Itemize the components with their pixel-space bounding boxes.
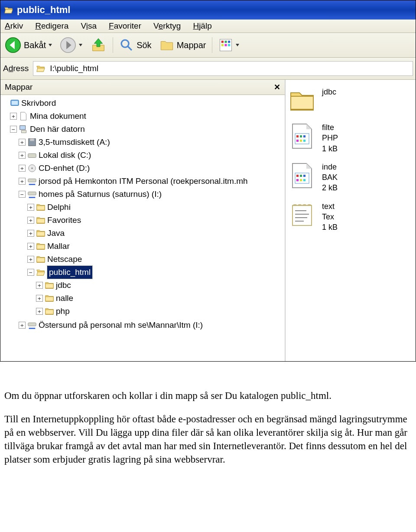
docs-icon — [19, 111, 28, 121]
folder-panel: Mappar ✕ Skrivbord + Mina dokument − — [0, 80, 286, 361]
netdrive-icon — [27, 320, 37, 330]
folder-panel-header: Mappar ✕ — [0, 80, 285, 95]
drive-icon — [27, 150, 37, 160]
tree-mycomputer[interactable]: − Den här datorn — [10, 123, 284, 136]
expand-icon[interactable]: + — [27, 217, 34, 224]
netdrive-icon — [27, 189, 37, 199]
menu-hjalp[interactable]: Hjälp — [191, 20, 213, 32]
file-type: PHP — [322, 133, 338, 143]
tree-netdrive2-label: homes på Saturnus (saturnus) (I:) — [39, 188, 162, 201]
file-icon — [288, 122, 316, 150]
file-meta: jdbc — [322, 87, 336, 97]
folder-tree[interactable]: Skrivbord + Mina dokument − Den här dato… — [0, 95, 285, 361]
back-dropdown-icon[interactable] — [49, 44, 52, 46]
tree-desktop[interactable]: Skrivbord — [1, 97, 284, 110]
expand-icon[interactable]: + — [19, 165, 26, 172]
search-button[interactable]: Sök — [117, 37, 153, 53]
expand-icon[interactable]: + — [10, 113, 17, 120]
expand-icon[interactable]: + — [19, 178, 26, 185]
address-label: Adress — [3, 64, 29, 73]
menu-visa[interactable]: Visa — [79, 20, 98, 32]
file-type: BAK — [322, 172, 338, 183]
file-item-filter[interactable]: filte PHP 1 kB — [288, 122, 413, 154]
file-name: inde — [322, 162, 338, 172]
tree-java-label: Java — [47, 227, 65, 240]
file-list[interactable]: jdbc filte PHP 1 kB inde BAK 2 kB — [286, 80, 416, 361]
collapse-icon[interactable]: − — [19, 191, 26, 198]
file-item-text[interactable]: text Tex 1 kB — [288, 201, 413, 233]
collapse-icon[interactable]: − — [27, 269, 34, 276]
menu-favoriter[interactable]: Favoriter — [107, 20, 143, 32]
search-label: Sök — [136, 40, 151, 50]
expand-icon[interactable]: + — [27, 256, 34, 263]
folder-icon — [45, 307, 54, 316]
tree-php[interactable]: + php — [36, 305, 284, 318]
views-dropdown-icon[interactable] — [236, 44, 239, 46]
title-bar[interactable]: public_html — [0, 0, 416, 20]
folders-button[interactable]: Mappar — [158, 37, 208, 53]
menu-verktyg[interactable]: Verktyg — [152, 20, 182, 32]
menu-bar: Arkiv Redigera Visa Favoriter Verktyg Hj… — [0, 20, 416, 33]
tree-netdrive2[interactable]: − homes på Saturnus (saturnus) (I:) — [19, 188, 284, 201]
views-button[interactable] — [217, 37, 241, 53]
document-text: Om du öppnar utforskaren och kollar i di… — [0, 362, 416, 480]
tree-mallar-label: Mallar — [47, 240, 70, 253]
expand-icon[interactable]: + — [19, 152, 26, 159]
cd-icon — [27, 163, 37, 173]
tree-jdbc-label: jdbc — [56, 279, 71, 292]
expand-icon[interactable]: + — [27, 230, 34, 237]
computer-icon — [19, 124, 28, 134]
toolbar: Bakåt Sök Mappar — [0, 33, 416, 58]
up-button[interactable] — [88, 36, 108, 54]
file-meta: inde BAK 2 kB — [322, 162, 338, 193]
tree-favorites[interactable]: + Favorites — [27, 214, 284, 227]
expand-icon[interactable]: + — [19, 139, 26, 146]
tree-mydocs[interactable]: + Mina dokument — [10, 110, 284, 123]
expand-icon[interactable]: + — [19, 322, 26, 329]
file-size: 1 kB — [322, 144, 338, 154]
back-icon — [5, 37, 21, 53]
tree-jdbc[interactable]: + jdbc — [36, 279, 284, 292]
expand-icon[interactable]: + — [36, 295, 43, 302]
tree-java[interactable]: + Java — [27, 227, 284, 240]
address-field[interactable]: I:\public_html — [33, 61, 413, 76]
forward-button[interactable] — [58, 36, 84, 54]
back-label: Bakåt — [24, 40, 46, 50]
expand-icon[interactable]: + — [36, 308, 43, 315]
forward-dropdown-icon[interactable] — [79, 44, 82, 46]
collapse-icon[interactable]: − — [10, 126, 17, 133]
search-icon — [119, 38, 134, 52]
back-button[interactable]: Bakåt — [3, 36, 54, 54]
menu-arkiv[interactable]: Arkiv — [3, 20, 25, 32]
toolbar-separator — [113, 37, 113, 53]
tree-php-label: php — [56, 305, 70, 318]
tree-floppy[interactable]: + 3,5-tumsdiskett (A:) — [19, 136, 284, 149]
tree-delphi[interactable]: + Delphi — [27, 201, 284, 214]
file-item-jdbc[interactable]: jdbc — [288, 87, 413, 114]
file-item-index[interactable]: inde BAK 2 kB — [288, 162, 413, 193]
tree-local-label: Lokal disk (C:) — [39, 149, 91, 162]
tree-favorites-label: Favorites — [47, 214, 81, 227]
address-bar: Adress I:\public_html — [0, 58, 416, 80]
file-size: 1 kB — [322, 222, 338, 232]
tree-cd-label: CD-enhet (D:) — [39, 162, 90, 175]
close-panel-button[interactable]: ✕ — [274, 82, 280, 92]
tree-nalle[interactable]: + nalle — [36, 292, 284, 305]
tree-mallar[interactable]: + Mallar — [27, 240, 284, 253]
tree-cutoff[interactable]: + Östersund på personal mh se\Mannar\Itm… — [19, 319, 284, 332]
folder-panel-title: Mappar — [5, 82, 32, 92]
expand-icon[interactable]: + — [36, 282, 43, 289]
expand-icon[interactable]: + — [27, 204, 34, 211]
expand-icon[interactable]: + — [27, 243, 34, 250]
tree-netscape[interactable]: + Netscape — [27, 253, 284, 266]
toolbar-separator-2 — [212, 37, 212, 53]
tree-cd[interactable]: + CD-enhet (D:) — [19, 162, 284, 175]
tree-local[interactable]: + Lokal disk (C:) — [19, 149, 284, 162]
netdrive-icon — [27, 176, 37, 186]
tree-netdrive1[interactable]: + jorsod på Hemkonton ITM Personal (roek… — [19, 175, 284, 188]
folder-icon — [45, 294, 54, 303]
folder-icon — [36, 228, 46, 238]
explorer-window: public_html Arkiv Redigera Visa Favorite… — [0, 0, 416, 362]
tree-public-html[interactable]: − public_html — [27, 266, 284, 279]
menu-redigera[interactable]: Redigera — [33, 20, 70, 32]
